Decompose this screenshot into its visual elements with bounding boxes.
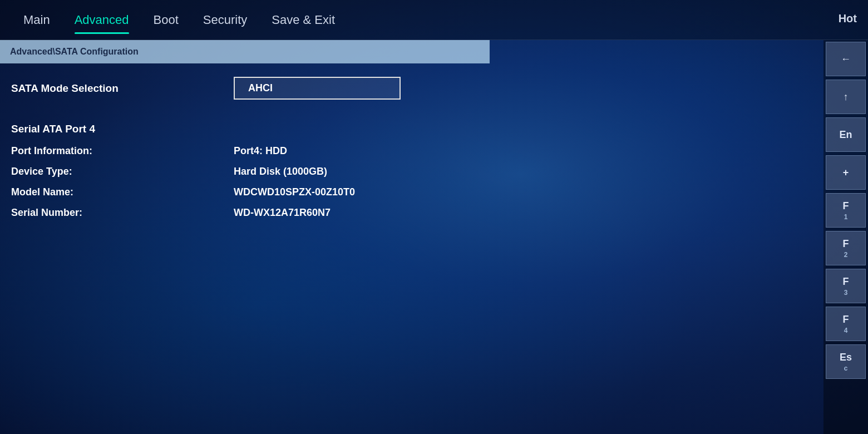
serial-number-value: WD-WX12A71R60N7 [234,207,331,219]
nav-item-save-exit[interactable]: Save & Exit [259,8,347,32]
fn-button-back[interactable]: ← [826,42,866,76]
fn-button-f2[interactable]: F 2 [826,231,866,265]
fn-button-plus[interactable]: + [826,155,866,190]
fn-button-esc[interactable]: Es c [826,344,866,379]
up-icon: ↑ [844,91,849,103]
f2-icon: F [843,238,849,250]
nav-item-advanced[interactable]: Advanced [62,8,141,32]
f4-label: 4 [844,327,848,334]
serial-number-row: Serial Number: WD-WX12A71R60N7 [11,203,812,223]
f1-label: 1 [844,213,848,221]
f1-icon: F [843,200,849,212]
serial-number-label: Serial Number: [11,207,234,219]
main-content: Advanced\SATA Configuration SATA Mode Se… [0,40,868,434]
fn-button-f4[interactable]: F 4 [826,307,866,341]
nav-item-security[interactable]: Security [191,8,259,32]
model-name-label: Model Name: [11,186,234,198]
port-info-value: Port4: HDD [234,145,287,157]
f2-label: 2 [844,251,848,259]
fn-button-f1[interactable]: F 1 [826,193,866,228]
port-info-label: Port Information: [11,145,234,157]
nav-item-boot[interactable]: Boot [141,8,191,32]
device-type-label: Device Type: [11,166,234,177]
serial-ata-section-header: Serial ATA Port 4 [11,114,812,141]
enter-icon: En [839,129,852,141]
port-info-row: Port Information: Port4: HDD [11,141,812,161]
model-name-value: WDCWD10SPZX-00Z10T0 [234,186,355,198]
fn-button-enter[interactable]: En [826,117,866,152]
left-panel: Advanced\SATA Configuration SATA Mode Se… [0,40,823,434]
f3-icon: F [843,276,849,288]
fn-button-f3[interactable]: F 3 [826,269,866,303]
sata-mode-row: SATA Mode Selection AHCI [11,73,812,103]
plus-icon: + [843,167,849,179]
fn-button-up[interactable]: ↑ [826,80,866,114]
f4-icon: F [843,314,849,326]
device-type-row: Device Type: Hard Disk (1000GB) [11,161,812,182]
model-name-row: Model Name: WDCWD10SPZX-00Z10T0 [11,182,812,203]
nav-bar: Main Advanced Boot Security Save & Exit … [0,0,868,40]
nav-item-main[interactable]: Main [11,8,62,32]
esc-icon: Es [840,352,852,363]
f3-label: 3 [844,289,848,297]
back-icon: ← [841,53,851,65]
hotkey-label: Hot [827,0,868,37]
breadcrumb-bar: Advanced\SATA Configuration [0,40,490,63]
sata-mode-label: SATA Mode Selection [11,82,234,95]
settings-area: SATA Mode Selection AHCI Serial ATA Port… [0,63,823,233]
sata-mode-value[interactable]: AHCI [234,77,401,100]
device-type-value: Hard Disk (1000GB) [234,166,327,177]
esc-label: c [844,364,848,372]
right-sidebar: ← ↑ En + F 1 F 2 F 3 F 4 Es c [823,40,868,434]
breadcrumb-text: Advanced\SATA Configuration [10,47,139,56]
